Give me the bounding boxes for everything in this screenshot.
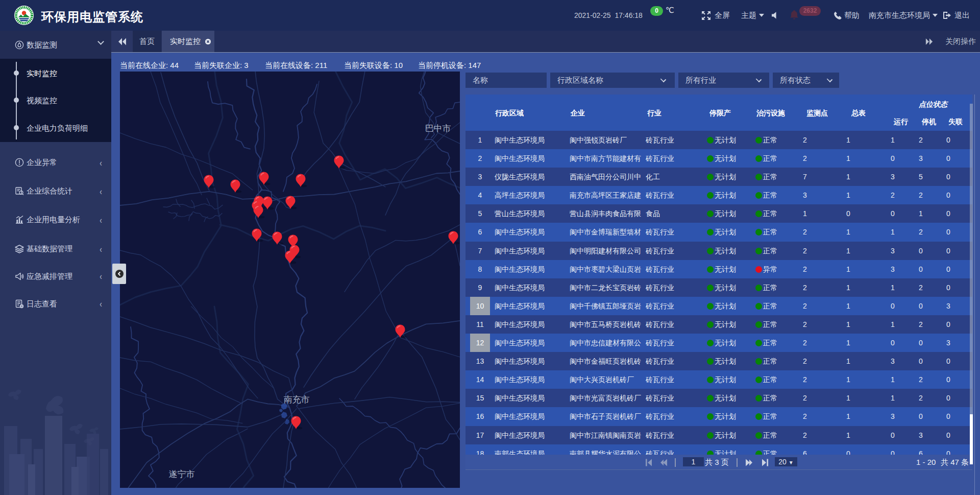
svg-text:遂宁市: 遂宁市 xyxy=(169,469,195,479)
svg-text:南充市: 南充市 xyxy=(284,395,310,405)
svg-text:巴中市: 巴中市 xyxy=(425,124,451,133)
